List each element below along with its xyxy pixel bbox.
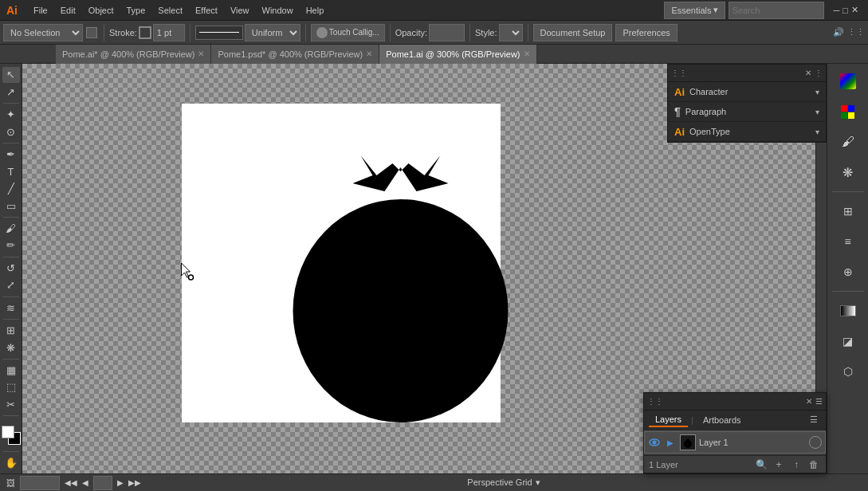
- layers-delete-btn[interactable]: 🗑: [807, 458, 821, 472]
- layer-expand-arrow[interactable]: ▶: [664, 436, 677, 449]
- menu-edit[interactable]: Edit: [54, 4, 82, 17]
- tab-2[interactable]: Pome1.ai @ 300% (RGB/Preview) ✕: [379, 45, 536, 64]
- panel-brushes-icon[interactable]: 🖌: [834, 128, 862, 156]
- menu-type[interactable]: Type: [120, 4, 152, 17]
- layer-lock-toggle[interactable]: [809, 436, 822, 449]
- page-number-input[interactable]: 1: [93, 476, 112, 490]
- mini-panels-expand[interactable]: ⋮: [815, 69, 823, 77]
- panel-swatches-icon[interactable]: [834, 97, 862, 126]
- window-close[interactable]: ✕: [851, 5, 858, 15]
- nav-first[interactable]: ◀◀: [65, 478, 77, 487]
- paragraph-panel-title: Paragraph: [685, 107, 815, 116]
- tab-2-close[interactable]: ✕: [524, 49, 530, 58]
- fill-swatch[interactable]: [86, 27, 97, 38]
- stroke-preview[interactable]: [195, 26, 243, 40]
- menu-view[interactable]: View: [224, 4, 256, 17]
- free-transform-tool[interactable]: ⊞: [2, 323, 20, 339]
- stroke-box[interactable]: [139, 26, 151, 39]
- arrange-icon[interactable]: ⋮⋮: [847, 27, 865, 37]
- paintbrush-tool[interactable]: 🖌: [2, 221, 20, 237]
- doc-setup-button[interactable]: Document Setup: [533, 24, 613, 41]
- panel-transform-icon[interactable]: ⊞: [834, 197, 862, 226]
- stroke-width-input[interactable]: [153, 24, 185, 41]
- opacity-input[interactable]: 100%: [429, 24, 465, 41]
- layers-move-btn[interactable]: ↑: [789, 458, 803, 472]
- paragraph-icon: ¶: [674, 105, 681, 118]
- tab-1-close[interactable]: ✕: [366, 49, 372, 58]
- layers-add-btn[interactable]: +: [772, 458, 786, 472]
- mini-panels-drag[interactable]: ⋮⋮: [671, 69, 687, 77]
- pencil-tool[interactable]: ✏: [2, 238, 20, 253]
- type-tool[interactable]: T: [2, 163, 20, 179]
- touch-callig-btn[interactable]: Touch Callig...: [311, 24, 385, 41]
- panel-symbols-icon[interactable]: ❋: [834, 158, 862, 187]
- tool-sep-2: [3, 143, 19, 143]
- pomegranate-shape[interactable]: [293, 155, 509, 422]
- opentype-panel-header[interactable]: Ai OpenType ▾: [668, 122, 826, 141]
- panel-align-icon[interactable]: ≡: [834, 227, 862, 256]
- essentials-selector[interactable]: Essentials ▾: [664, 2, 725, 19]
- status-art-icon[interactable]: 🖼: [6, 478, 15, 488]
- selection-tool[interactable]: ↖: [2, 67, 20, 83]
- preferences-button[interactable]: Preferences: [615, 24, 677, 41]
- menu-object[interactable]: Object: [82, 4, 120, 17]
- search-input[interactable]: [729, 2, 824, 19]
- rotate-tool[interactable]: ↺: [2, 261, 20, 277]
- layer-visibility-toggle[interactable]: [648, 436, 661, 449]
- layers-panel-options[interactable]: ☰: [807, 413, 821, 427]
- panel-gradient-icon[interactable]: [834, 297, 862, 325]
- color-boxes[interactable]: [2, 426, 21, 445]
- panel-transparency-icon[interactable]: ◪: [834, 327, 862, 355]
- appearance-icon: ⬡: [843, 365, 853, 378]
- nav-prev[interactable]: ◀: [82, 478, 88, 487]
- selection-dropdown[interactable]: No Selection: [3, 24, 83, 41]
- panel-separator-1: [832, 191, 864, 192]
- hand-tool[interactable]: ✋: [2, 455, 20, 471]
- warp-tool[interactable]: ≋: [2, 300, 20, 316]
- layers-search-btn[interactable]: 🔍: [754, 458, 768, 472]
- slice-tool[interactable]: ✂: [2, 397, 20, 413]
- scale-tool[interactable]: ⤢: [2, 277, 20, 293]
- paragraph-panel: ¶ Paragraph ▾: [668, 102, 826, 122]
- foreground-color-box[interactable]: [2, 426, 14, 438]
- window-minimize[interactable]: ─: [834, 6, 840, 15]
- panel-color-icon[interactable]: [834, 67, 862, 96]
- stroke-style-dropdown[interactable]: Uniform: [245, 24, 300, 41]
- layers-panel-drag[interactable]: ⋮⋮: [647, 397, 663, 406]
- magic-wand-tool[interactable]: ✦: [2, 107, 20, 123]
- layer-thumb-preview: [681, 435, 695, 450]
- character-panel-header[interactable]: Ai Character ▾: [668, 82, 826, 101]
- direct-selection-tool[interactable]: ↗: [2, 84, 20, 100]
- pen-tool[interactable]: ✒: [2, 147, 20, 163]
- artboard-tool[interactable]: ⬚: [2, 379, 20, 395]
- panel-pathfinder-icon[interactable]: ⊕: [834, 257, 862, 286]
- window-restore[interactable]: □: [842, 6, 848, 15]
- tab-0[interactable]: Pome.ai* @ 400% (RGB/Preview) ✕: [56, 45, 211, 64]
- menu-effect[interactable]: Effect: [189, 4, 224, 17]
- menu-select[interactable]: Select: [151, 4, 189, 17]
- nav-next[interactable]: ▶: [117, 478, 124, 487]
- paragraph-panel-header[interactable]: ¶ Paragraph ▾: [668, 102, 826, 121]
- layers-tab-layers[interactable]: Layers: [649, 413, 688, 427]
- layers-panel-close-icon[interactable]: ✕: [806, 397, 812, 406]
- zoom-input[interactable]: 300%: [20, 476, 60, 490]
- mini-panels-close[interactable]: ✕: [805, 69, 811, 77]
- layers-tab-artboards[interactable]: Artboards: [697, 414, 748, 426]
- rectangle-tool[interactable]: ▭: [2, 198, 20, 214]
- menu-file[interactable]: File: [27, 4, 54, 17]
- lasso-tool[interactable]: ⊙: [2, 124, 20, 139]
- symbol-tool[interactable]: ❋: [2, 340, 20, 355]
- style-dropdown[interactable]: [499, 24, 523, 41]
- tab-1[interactable]: Pome1.psd* @ 400% (RGB/Preview) ✕: [211, 45, 379, 64]
- layers-panel-menu-icon[interactable]: ☰: [815, 397, 823, 406]
- speak-icon[interactable]: 🔊: [833, 27, 844, 37]
- perspective-arrow[interactable]: ▾: [536, 477, 540, 488]
- line-tool[interactable]: ╱: [2, 181, 20, 197]
- panel-appearance-icon[interactable]: ⬡: [834, 357, 862, 386]
- menu-window[interactable]: Window: [256, 4, 300, 17]
- nav-last[interactable]: ▶▶: [128, 478, 141, 487]
- style-group: Style:: [475, 24, 528, 41]
- graph-tool[interactable]: ▦: [2, 363, 20, 379]
- menu-help[interactable]: Help: [300, 4, 331, 17]
- tab-0-close[interactable]: ✕: [198, 49, 204, 58]
